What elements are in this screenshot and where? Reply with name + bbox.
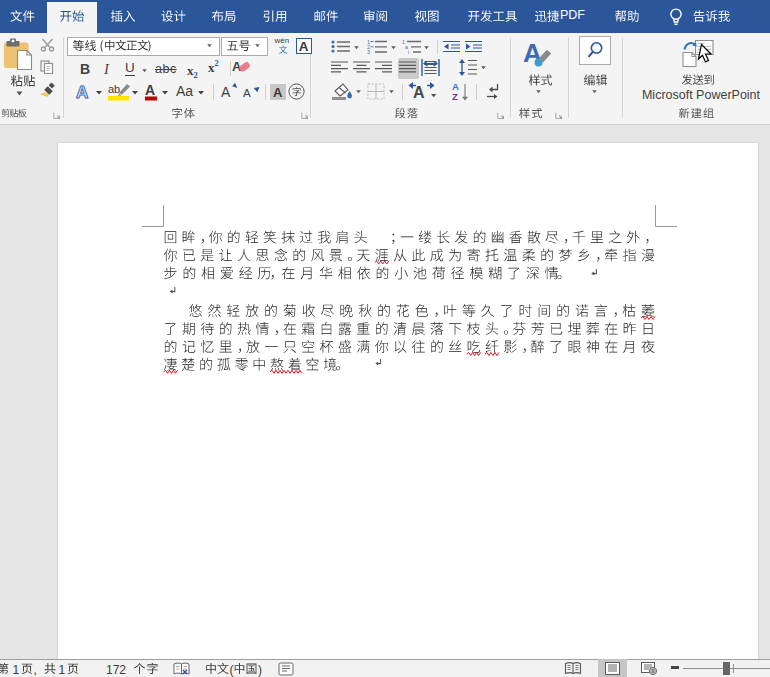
svg-text:Aa: Aa — [176, 83, 193, 99]
svg-text:A: A — [221, 84, 231, 100]
svg-text:A: A — [413, 84, 425, 101]
svg-text:ab: ab — [108, 83, 120, 95]
svg-text:3: 3 — [367, 49, 370, 54]
svg-text:Z: Z — [452, 91, 458, 101]
svg-text:A: A — [145, 82, 155, 98]
svg-text:A: A — [76, 83, 88, 101]
svg-text:A: A — [452, 81, 459, 92]
svg-text:A: A — [243, 87, 251, 99]
svg-text:i: i — [408, 49, 409, 54]
